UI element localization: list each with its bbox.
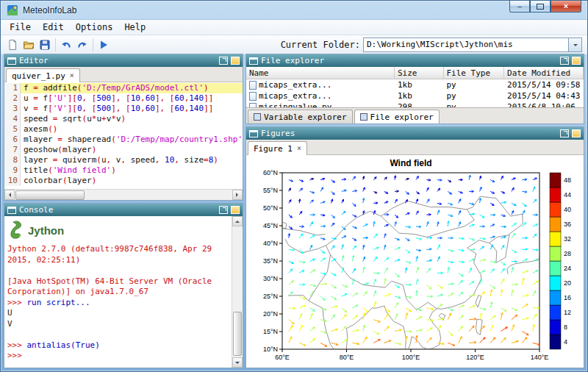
scrollbar-track[interactable]	[232, 226, 243, 357]
file-explorer-panel-header[interactable]: File explorer	[246, 54, 584, 67]
file-icon	[249, 92, 257, 101]
close-button[interactable]: ×	[551, 1, 581, 12]
triangle-down-icon	[235, 362, 240, 366]
maximize-panel-icon[interactable]	[231, 206, 240, 214]
maximize-panel-icon[interactable]	[231, 57, 240, 65]
x-tick-label: 60°E	[275, 354, 290, 361]
code-line-3[interactable]: 3v = f['V'][0, [500], [10,60], [60,140]]	[4, 104, 243, 114]
redo-button[interactable]	[74, 37, 90, 53]
current-folder-combobox[interactable]: D:\Working\MIScript\Jython\mis	[363, 37, 582, 52]
code-line-8[interactable]: 8layer = quiverm(u, v, speed, 10, size=8…	[4, 155, 243, 165]
file-cell: missingvalue.py	[259, 102, 331, 107]
colorbar-tick-label: 8	[564, 323, 567, 331]
code-line-5[interactable]: 5axesm()	[4, 124, 243, 135]
file-cell: py	[447, 102, 456, 107]
scroll-down-button[interactable]	[232, 357, 243, 368]
menu-options[interactable]: Options	[70, 21, 119, 33]
x-tick-label: 80°E	[340, 354, 354, 361]
figure-canvas[interactable]: Wind field60°E80°E100°E120°E140°E10°N15°…	[246, 155, 584, 368]
minimize-button[interactable]: –	[509, 1, 530, 12]
code-text[interactable]: layer = quiverm(u, v, speed, 10, size=8)	[21, 155, 243, 165]
current-folder-dropdown-button[interactable]	[568, 38, 581, 51]
code-line-4[interactable]: 4speed = sqrt(u*u+v*v)	[4, 114, 243, 124]
scrollbar-thumb[interactable]	[233, 312, 242, 356]
maximize-panel-icon[interactable]	[572, 129, 581, 137]
undo-icon	[60, 39, 72, 51]
colorbar-tick-label: 4	[564, 338, 567, 346]
float-panel-icon[interactable]	[219, 206, 228, 214]
code-line-6[interactable]: 6mlayer = shaperead('D:/Temp/map/country…	[4, 135, 243, 145]
y-tick-label: 25°N	[263, 293, 278, 300]
jython-cup-icon	[9, 221, 25, 240]
window-controls: – ×	[509, 1, 581, 12]
console-panel-header[interactable]: Console	[4, 204, 243, 216]
code-line-9[interactable]: 9title('Wind field')	[4, 165, 243, 176]
figures-panel-header[interactable]: Figures	[246, 127, 584, 140]
float-panel-icon[interactable]	[219, 57, 228, 65]
code-line-10[interactable]: 10colorbar(layer)	[4, 176, 243, 186]
code-text[interactable]: f = addfile('D:/Temp/GrADS/model.ctl')	[21, 83, 243, 93]
scroll-up-button[interactable]	[232, 216, 243, 226]
column-header-size[interactable]: Size	[395, 67, 444, 79]
float-panel-icon[interactable]	[560, 57, 569, 65]
editor-panel-header[interactable]: Editor	[4, 54, 243, 67]
save-file-button[interactable]	[37, 37, 53, 53]
undo-button[interactable]	[58, 37, 74, 53]
editor-tab-quiver1[interactable]: quiver_1.py ×	[6, 68, 80, 82]
code-text[interactable]: mlayer = shaperead('D:/Temp/map/country1…	[21, 135, 243, 145]
y-tick-label: 45°N	[263, 222, 278, 229]
code-text[interactable]: v = f['V'][0, [500], [10,60], [60,140]]	[21, 104, 243, 114]
maximize-panel-icon[interactable]	[572, 57, 581, 65]
file-row[interactable]: micaps_extra...1kbpy2015/5/14 09:58	[246, 79, 584, 90]
current-folder-value[interactable]: D:\Working\MIScript\Jython\mis	[364, 38, 568, 51]
code-line-2[interactable]: 2u = f['U'][0, [500], [10,60], [60,140]]	[4, 93, 243, 104]
console-vertical-scrollbar[interactable]	[232, 216, 243, 368]
code-text[interactable]: axesm()	[21, 124, 243, 135]
column-header-name[interactable]: Name	[246, 67, 395, 79]
title-bar[interactable]: MeteoInfoLab – ×	[1, 1, 587, 19]
console-panel-title: Console	[19, 205, 216, 215]
open-file-button[interactable]	[21, 37, 37, 53]
code-text[interactable]: colorbar(layer)	[21, 176, 243, 186]
menu-help[interactable]: Help	[118, 21, 151, 33]
tab-label: File explorer	[370, 112, 434, 122]
panel-window-icon	[7, 57, 16, 65]
new-file-button[interactable]	[4, 37, 21, 53]
menu-file[interactable]: File	[4, 21, 37, 33]
y-tick-label: 20°N	[263, 310, 278, 318]
scroll-right-button[interactable]	[232, 190, 243, 200]
scrollbar-track[interactable]	[15, 190, 232, 200]
run-script-button[interactable]	[96, 37, 112, 53]
file-row[interactable]: micaps_extra...1kbpy2015/5/14 04:43	[246, 90, 584, 101]
console-output[interactable]: Jython Jython 2.7.0 (default:9987c746f83…	[4, 216, 232, 368]
triangle-right-icon	[236, 193, 240, 197]
code-text[interactable]: speed = sqrt(u*u+v*v)	[21, 114, 243, 124]
scroll-left-button[interactable]	[4, 190, 15, 200]
code-text[interactable]: geoshow(mlayer)	[21, 145, 243, 155]
code-line-7[interactable]: 7geoshow(mlayer)	[4, 145, 243, 155]
column-header-file-type[interactable]: File Type	[444, 67, 505, 79]
x-tick-label: 120°E	[466, 354, 484, 361]
line-number: 5	[4, 124, 21, 135]
explorer-tabs: Variable explorerFile explorer	[246, 107, 584, 124]
scrollbar-thumb[interactable]	[15, 190, 85, 200]
code-editor[interactable]: 1f = addfile('D:/Temp/GrADS/model.ctl')2…	[4, 82, 243, 189]
colorbar-tick-label: 28	[564, 250, 571, 257]
figure-1-tab[interactable]: Figure 1 ×	[248, 141, 307, 155]
column-header-date-modified[interactable]: Date Modified	[504, 67, 584, 79]
console-line: >>> antialias(True)	[7, 340, 229, 351]
code-line-1[interactable]: 1f = addfile('D:/Temp/GrADS/model.ctl')	[4, 83, 243, 93]
editor-tab-bar: quiver_1.py ×	[4, 67, 243, 82]
code-text[interactable]: title('Wind field')	[21, 165, 243, 176]
code-text[interactable]: u = f['U'][0, [500], [10,60], [60,140]]	[21, 93, 243, 104]
close-tab-icon[interactable]: ×	[70, 72, 74, 79]
tab-file-explorer[interactable]: File explorer	[354, 110, 440, 124]
close-tab-icon[interactable]: ×	[297, 145, 301, 152]
tab-variable-explorer[interactable]: Variable explorer	[248, 110, 353, 124]
file-row[interactable]: missingvalue.py298py2015/6/8 10:06	[246, 101, 584, 107]
editor-horizontal-scrollbar[interactable]	[4, 189, 243, 200]
wind-field-figure: Wind field60°E80°E100°E120°E140°E10°N15°…	[248, 157, 581, 368]
float-panel-icon[interactable]	[560, 129, 569, 137]
menu-edit[interactable]: Edit	[37, 21, 70, 33]
maximize-button[interactable]	[530, 1, 551, 12]
